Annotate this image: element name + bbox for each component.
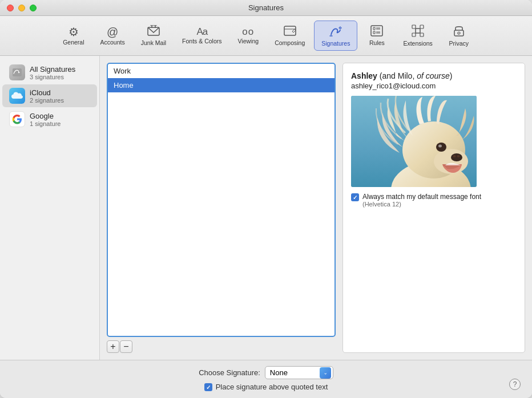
google-name: Google — [30, 112, 61, 120]
svg-point-17 — [458, 32, 460, 34]
rules-icon — [370, 25, 383, 38]
toolbar-item-signatures[interactable]: Signatures — [314, 21, 357, 51]
preview-name-italic: of course — [417, 71, 450, 80]
sidebar-item-all-signatures[interactable]: All Signatures 3 signatures — [2, 61, 97, 84]
svg-point-26 — [436, 143, 446, 152]
svg-rect-15 — [420, 33, 424, 36]
toolbar-label-composing: Composing — [275, 39, 305, 46]
svg-rect-12 — [412, 25, 416, 29]
close-button[interactable] — [7, 5, 14, 11]
icloud-count: 2 signatures — [30, 97, 64, 104]
sidebar-item-google[interactable]: Google 1 signature — [2, 108, 97, 131]
choose-signature-row: Choose Signature: None Work Home — [199, 366, 333, 379]
svg-point-25 — [457, 155, 460, 157]
signature-home[interactable]: Home — [108, 78, 334, 92]
toolbar-label-extensions: Extensions — [403, 40, 432, 47]
extensions-icon — [412, 25, 424, 39]
sidebar-item-icloud[interactable]: iCloud 2 signatures — [2, 84, 97, 107]
list-actions: + − — [107, 340, 132, 353]
toolbar-item-viewing[interactable]: oo Viewing — [231, 23, 266, 48]
minimize-button[interactable] — [18, 5, 25, 11]
toolbar-label-general: General — [63, 39, 84, 46]
font-match-checkbox[interactable] — [351, 193, 359, 201]
junk-icon — [147, 25, 160, 38]
main-content: All Signatures 3 signatures iCloud 2 sig… — [0, 56, 532, 360]
icloud-text: iCloud 2 signatures — [30, 88, 64, 104]
icloud-icon — [9, 88, 25, 104]
svg-point-27 — [438, 145, 442, 148]
google-icon — [9, 111, 25, 127]
add-signature-button[interactable]: + — [107, 340, 119, 353]
icloud-name: iCloud — [30, 88, 64, 97]
maximize-button[interactable] — [30, 5, 37, 11]
choose-signature-select-wrapper: None Work Home — [265, 366, 333, 379]
svg-rect-11 — [416, 29, 420, 33]
signature-preview-name: Ashley (and Milo, of course) — [351, 71, 517, 80]
toolbar-item-accounts[interactable]: @ Accounts — [94, 23, 132, 49]
window: Signatures ⚙ General @ Accounts J — [0, 0, 532, 398]
center-panel: Work Home + − — [100, 56, 342, 360]
font-match-text: Always match my default message font (He… — [362, 193, 481, 208]
window-title: Signatures — [248, 3, 284, 12]
remove-signature-button[interactable]: − — [120, 340, 132, 353]
toolbar-label-junk: Junk Mail — [141, 39, 166, 46]
toolbar-item-rules[interactable]: Rules — [360, 22, 394, 50]
at-icon: @ — [107, 26, 118, 38]
choose-signature-select[interactable]: None Work Home — [265, 366, 333, 379]
svg-rect-14 — [412, 33, 416, 36]
toolbar-label-privacy: Privacy — [449, 40, 469, 47]
place-signature-row: Place signature above quoted text — [204, 383, 328, 391]
svg-rect-16 — [454, 30, 464, 36]
toolbar-item-fonts[interactable]: Aa Fonts & Colors — [175, 23, 228, 48]
toolbar-label-rules: Rules — [369, 39, 385, 46]
place-sig-checkbox[interactable] — [204, 383, 212, 391]
toolbar-label-signatures: Signatures — [321, 40, 350, 47]
composing-icon — [284, 25, 296, 38]
svg-point-24 — [453, 155, 456, 157]
all-signatures-text: All Signatures 3 signatures — [30, 65, 75, 80]
all-signatures-icon — [9, 64, 25, 80]
signature-preview-email: ashley_rico1@icloud.com — [351, 82, 517, 90]
preview-name-bold: Ashley — [351, 71, 377, 80]
all-signatures-name: All Signatures — [30, 65, 75, 74]
window-controls — [7, 5, 37, 11]
font-match-sub: (Helvetica 12) — [362, 201, 481, 208]
choose-signature-label: Choose Signature: — [199, 368, 260, 377]
toolbar-item-extensions[interactable]: Extensions — [396, 21, 439, 50]
google-text: Google 1 signature — [30, 112, 61, 127]
toolbar-item-junk-mail[interactable]: Junk Mail — [134, 22, 173, 50]
toolbar-item-composing[interactable]: Composing — [268, 22, 312, 50]
preview-name-close: ) — [450, 71, 453, 80]
bottom-bar: Choose Signature: None Work Home Place s… — [0, 360, 532, 398]
google-count: 1 signature — [30, 120, 61, 127]
toolbar-label-accounts: Accounts — [100, 39, 125, 46]
place-sig-label: Place signature above quoted text — [216, 383, 328, 391]
signatures-list: Work Home — [107, 63, 336, 337]
toolbar-label-fonts: Fonts & Colors — [182, 38, 221, 44]
signatures-icon — [329, 25, 342, 39]
signature-work[interactable]: Work — [108, 64, 334, 78]
privacy-icon — [453, 25, 465, 39]
signature-preview-image — [351, 96, 477, 187]
toolbar-item-privacy[interactable]: Privacy — [442, 21, 476, 50]
svg-rect-6 — [371, 26, 382, 36]
font-match-label: Always match my default message font — [362, 193, 481, 201]
viewing-icon: oo — [242, 27, 254, 36]
gear-icon: ⚙ — [68, 26, 79, 38]
help-button[interactable]: ? — [509, 379, 521, 390]
all-signatures-count: 3 signatures — [30, 74, 75, 80]
preview-panel: Ashley (and Milo, of course) ashley_rico… — [342, 63, 525, 353]
preview-name-rest: (and Milo, — [377, 71, 417, 80]
sidebar: All Signatures 3 signatures iCloud 2 sig… — [0, 56, 100, 360]
fonts-icon: Aa — [196, 27, 207, 36]
svg-point-23 — [451, 153, 462, 161]
font-match-row: Always match my default message font (He… — [351, 193, 517, 208]
svg-rect-4 — [284, 26, 296, 35]
toolbar-label-viewing: Viewing — [238, 38, 259, 44]
toolbar: ⚙ General @ Accounts Junk Mail Aa — [0, 16, 532, 56]
titlebar: Signatures — [0, 0, 532, 16]
svg-rect-13 — [420, 25, 424, 29]
toolbar-item-general[interactable]: ⚙ General — [56, 23, 91, 49]
